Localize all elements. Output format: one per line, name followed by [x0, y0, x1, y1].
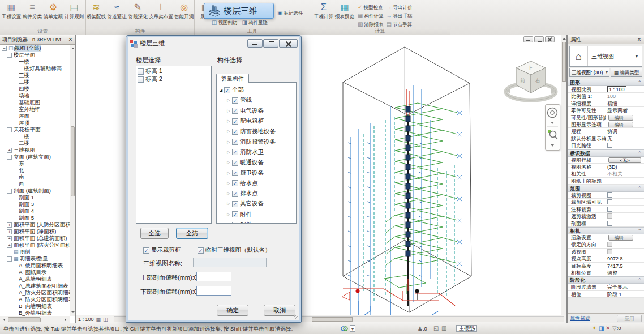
collapse-icon[interactable]: − [7, 127, 12, 132]
tree-item[interactable]: +面积平面 (总建筑面积) [0, 235, 70, 242]
properties-header[interactable]: 属性 ✕ [568, 35, 644, 44]
expand-icon[interactable]: ▷ [226, 171, 231, 175]
ribbon-button[interactable]: ≋桥架配线 [86, 1, 106, 20]
tree-item[interactable]: B_内墙明细表 [0, 303, 70, 310]
expand-icon[interactable]: + [7, 229, 12, 234]
checkbox-unchecked-icon[interactable] [607, 192, 612, 198]
tree-item[interactable]: −天花板平面 [0, 126, 70, 133]
expand-icon[interactable]: ▷ [226, 129, 231, 134]
ribbon-button[interactable]: Σ工程计算 [314, 1, 334, 28]
tree-item[interactable]: 东 [0, 160, 70, 167]
collapse-icon[interactable]: − [2, 46, 7, 51]
restore-icon[interactable] [534, 36, 544, 42]
edit-type-button[interactable]: ▦ 编辑类型 [611, 68, 642, 77]
exclude-icon[interactable]: ✕ [606, 325, 610, 331]
checkbox-checked-icon[interactable]: ✓ [224, 87, 230, 93]
expand-icon[interactable]: + [7, 148, 12, 153]
component-tree[interactable]: ◢✓全部▷✓管线▷✓电气设备▷✓配电箱柜▷✓防雷接地设备▷✓消防报警设备▷✓消防… [216, 82, 297, 224]
component-root-item[interactable]: ◢✓全部 [218, 85, 295, 95]
checkbox-unchecked-icon[interactable] [138, 76, 144, 83]
edit-button[interactable]: 编辑... [608, 235, 633, 241]
collapse-icon[interactable]: ◢ [218, 88, 224, 93]
checkbox-checked-icon[interactable]: ✓ [232, 149, 238, 155]
project-browser-header[interactable]: 项目浏览器 - n-3REVIT.rvt ✕ [0, 35, 75, 45]
viewcube[interactable]: 上 前 右 [501, 55, 560, 108]
checkbox-checked-icon[interactable]: ✓ [232, 201, 238, 207]
checkbox-checked-icon[interactable]: ✓ [232, 222, 238, 224]
expand-icon[interactable]: ▷ [226, 150, 231, 155]
expand-icon[interactable]: ▷ [226, 140, 231, 144]
component-item[interactable]: ▷✓给水点 [218, 178, 295, 189]
design-option-icon[interactable]: ◱ [433, 325, 439, 331]
component-item[interactable]: ▷✓配件 [218, 220, 295, 224]
expand-icon[interactable]: + [7, 243, 12, 248]
tree-item[interactable]: 一楼 [0, 133, 70, 140]
maximize-icon[interactable] [263, 39, 278, 48]
tree-item[interactable]: ▤图例 [0, 249, 70, 255]
ribbon-button[interactable]: ▦报表预览 [334, 1, 355, 28]
collapse-icon[interactable]: − [7, 53, 12, 58]
checkbox-unchecked-icon[interactable] [607, 221, 612, 226]
edit-button[interactable]: 编辑... [608, 122, 633, 127]
ribbon-button[interactable]: →导出手稿 [386, 12, 412, 20]
tree-item[interactable]: B_外墙明细表 [0, 310, 70, 316]
ribbon-button[interactable]: ⊥支吊架布置 [148, 1, 173, 20]
component-item[interactable]: ▷✓消防报警设备 [218, 136, 295, 147]
props-section-header[interactable]: 阶段化⌃ [568, 276, 644, 284]
tree-item[interactable]: 西 [0, 181, 70, 187]
checkbox-checked-icon[interactable]: ✓ [232, 108, 238, 114]
tree-item[interactable]: 场地 [0, 92, 70, 99]
tree-item[interactable]: 三楼 [0, 72, 70, 79]
tree-item[interactable]: 剖面 4 [0, 208, 70, 215]
collapse-icon[interactable]: − [7, 256, 12, 262]
properties-help-link[interactable]: 属性帮助 [570, 315, 590, 322]
scale-input[interactable]: 1 : 100 [607, 86, 626, 92]
collapse-icon[interactable]: − [7, 155, 12, 160]
scrollbar-thumb[interactable] [71, 126, 75, 197]
detail-level-icon[interactable]: ▦ [96, 316, 101, 322]
checkbox-unchecked-icon[interactable] [607, 199, 612, 204]
tree-item[interactable]: +三维视图 [0, 147, 70, 153]
view-template-button[interactable]: <无> [608, 157, 641, 163]
show-crop-checkbox[interactable]: ✓ 显示裁剪框 [143, 246, 181, 254]
component-item[interactable]: ▷✓其它设备 [218, 199, 295, 209]
props-section-header[interactable]: 相机⌃ [568, 227, 644, 234]
minimize-icon[interactable] [247, 39, 263, 48]
filter-control[interactable]: ▽:0 [612, 325, 621, 331]
top-offset-field[interactable] [196, 272, 231, 281]
tree-item[interactable]: 剖面 1 [0, 194, 70, 201]
tree-item[interactable]: 剖面 3 [0, 201, 70, 208]
editing-requests[interactable]: ♟:0 [418, 326, 427, 332]
tree-item[interactable]: +面积平面 (净面积) [0, 228, 70, 235]
component-item[interactable]: ▷✓配电箱柜 [218, 116, 295, 126]
ribbon-button[interactable]: ▦构件计算 [358, 12, 383, 20]
bottom-offset-field[interactable] [196, 286, 231, 296]
floor-item[interactable]: 标高 2 [138, 75, 210, 83]
scrollbar-thumb[interactable] [8, 317, 41, 322]
checkbox-checked-icon[interactable]: ✓ [232, 97, 238, 104]
tree-item[interactable]: 四楼 [0, 85, 70, 92]
ribbon-button-mark[interactable]: ▣标记选件 [277, 9, 303, 17]
close-icon[interactable]: ✕ [67, 36, 74, 44]
ok-button[interactable]: 确定 [217, 305, 248, 316]
ribbon-button[interactable]: ⚙清单定额 [43, 1, 63, 20]
expand-icon[interactable]: ▷ [226, 98, 231, 102]
tree-item[interactable]: +面积平面 (人防分区面积) [0, 221, 70, 228]
type-selector[interactable]: ⌂ 三维视图 ▼ [569, 46, 642, 67]
props-section-header[interactable]: 范围⌃ [568, 185, 644, 192]
floor-list[interactable]: 标高 1标高 2 [136, 66, 212, 224]
tree-item[interactable]: −◫视图 (全部) [0, 45, 70, 52]
checkbox-checked-icon[interactable]: ✓ [232, 118, 238, 125]
tab-quantity-components[interactable]: 算量构件 [216, 74, 249, 83]
edit-button[interactable]: 编辑... [608, 115, 633, 121]
ribbon-button[interactable]: ◨构件显隐 [242, 19, 267, 27]
checkbox-checked-icon[interactable]: ✓ [232, 139, 238, 145]
canvas-vertical-scrollbar[interactable] [561, 35, 566, 315]
tree-item[interactable]: A_图纸目录 [0, 269, 70, 276]
expand-icon[interactable]: ▷ [226, 119, 231, 123]
tree-item[interactable]: A_防火分区面积明细表 1 [0, 296, 70, 303]
tree-item[interactable]: 屋面 [0, 113, 70, 119]
browser-vertical-scrollbar[interactable] [70, 45, 75, 316]
component-item[interactable]: ▷✓防雷接地设备 [218, 126, 295, 136]
props-section-header[interactable]: 标识数据⌃ [568, 149, 644, 157]
